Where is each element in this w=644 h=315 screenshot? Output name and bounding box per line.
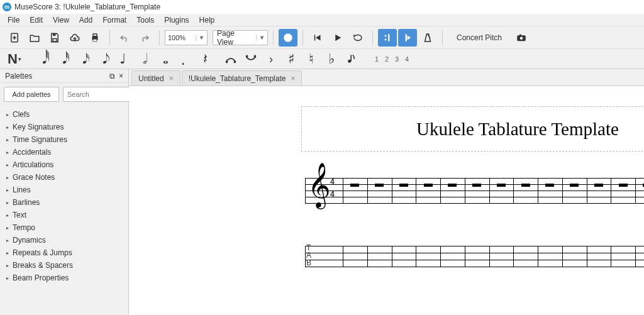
document-tab[interactable]: Untitled× [131, 70, 180, 86]
print-button[interactable] [86, 29, 104, 47]
close-icon[interactable]: × [291, 74, 295, 83]
voice-4-button[interactable]: 4 [402, 55, 411, 63]
palette-item[interactable]: ▸Dynamics [0, 234, 128, 246]
separator [303, 30, 303, 45]
add-palettes-button[interactable]: Add palettes [4, 87, 59, 102]
whole-rest[interactable] [472, 184, 481, 187]
metronome-button[interactable] [418, 29, 437, 47]
menu-edit[interactable]: Edit [25, 14, 48, 26]
voice-3-button[interactable]: 3 [392, 55, 401, 63]
title-frame[interactable]: Ukulele Tablature Template [301, 106, 644, 152]
whole-rest[interactable] [619, 184, 628, 187]
palette-item[interactable]: ▸Articulations [0, 158, 128, 171]
whole-rest[interactable] [448, 184, 457, 187]
zoom-input[interactable] [165, 34, 196, 41]
rewind-button[interactable] [308, 29, 327, 47]
slur-button[interactable] [242, 50, 260, 68]
whole-rest[interactable] [497, 184, 506, 187]
palette-item[interactable]: ▸Breaks & Spacers [0, 259, 128, 272]
loop-in-button[interactable] [378, 29, 397, 47]
undo-button[interactable] [115, 29, 134, 47]
chevron-right-icon: ▸ [6, 275, 9, 281]
palette-item[interactable]: ▸Tempo [0, 221, 128, 234]
tab-label: Untitled [138, 74, 164, 83]
score-title[interactable]: Ukulele Tablature Template [416, 119, 619, 140]
svg-rect-11 [314, 35, 316, 40]
whole-rest[interactable] [521, 184, 530, 187]
menu-format[interactable]: Format [97, 14, 131, 26]
play-button[interactable] [328, 29, 347, 47]
natural-button[interactable]: ♮ [302, 50, 321, 68]
svg-rect-23 [519, 34, 521, 35]
duration-dot-button[interactable]: . [174, 50, 192, 68]
duration-16th-button[interactable]: 𝅘𝅥𝅯 [73, 50, 92, 68]
palette-item[interactable]: ▸Lines [0, 184, 128, 196]
close-icon[interactable]: × [169, 74, 174, 83]
palette-item[interactable]: ▸Clefs [0, 108, 128, 121]
zoom-combo[interactable]: ▼ [165, 30, 208, 45]
palette-item[interactable]: ▸Beam Properties [0, 272, 128, 284]
palette-label: Beam Properties [13, 274, 69, 282]
score-canvas[interactable]: Ukulele Tablature Template 𝄞 4 4 [129, 86, 644, 315]
whole-rest[interactable] [424, 184, 433, 187]
palette-item[interactable]: ▸Key Signatures [0, 121, 128, 133]
loop-out-button[interactable] [398, 29, 417, 47]
chevron-right-icon: ▸ [6, 238, 9, 243]
open-button[interactable] [25, 29, 44, 47]
image-capture-button[interactable] [512, 29, 531, 47]
duration-8th-button[interactable]: 𝅘𝅥𝅮 [93, 50, 112, 68]
duration-quarter-button[interactable]: ♩ [113, 50, 132, 68]
separator [442, 30, 443, 45]
duration-32nd-button[interactable]: 𝅘𝅥𝅰 [53, 50, 72, 68]
voice-1-button[interactable]: 1 [372, 55, 381, 63]
voice-2-button[interactable]: 2 [382, 55, 391, 63]
menu-help[interactable]: Help [194, 14, 220, 26]
menu-view[interactable]: View [48, 14, 74, 26]
chevron-down-icon[interactable]: ▼ [256, 35, 267, 41]
whole-rest[interactable] [570, 184, 579, 187]
palette-item[interactable]: ▸Time Signatures [0, 133, 128, 146]
undock-icon[interactable]: ⧉ [109, 72, 115, 80]
close-icon[interactable]: × [119, 72, 123, 80]
flip-button[interactable] [342, 50, 361, 68]
whole-rest[interactable] [350, 184, 359, 187]
palette-item[interactable]: ▸Repeats & Jumps [0, 246, 128, 259]
palette-item[interactable]: ▸Barlines [0, 196, 128, 209]
chevron-down-icon[interactable]: ▼ [196, 35, 207, 41]
menu-add[interactable]: Add [74, 14, 97, 26]
menu-plugins[interactable]: Plugins [159, 14, 194, 26]
whole-rest[interactable] [375, 184, 384, 187]
palette-label: Breaks & Spacers [13, 261, 73, 270]
palette-item[interactable]: ▸Text [0, 209, 128, 221]
save-button[interactable] [45, 29, 64, 47]
midi-input-button[interactable] [279, 29, 297, 47]
whole-rest[interactable] [399, 184, 408, 187]
treble-staff[interactable]: 𝄞 4 4 [305, 173, 644, 208]
duration-whole-button[interactable]: 𝅝 [153, 50, 172, 68]
note-input-mode-button[interactable]: N▾ [5, 50, 24, 68]
menu-tools[interactable]: Tools [131, 14, 159, 26]
view-mode-combo[interactable]: Page View ▼ [213, 30, 268, 45]
menu-file[interactable]: File [3, 14, 25, 26]
tab-staff[interactable]: TAB [305, 246, 644, 271]
document-tabstrip: Untitled×!Ukulele_Tablature_Template× [129, 69, 644, 86]
new-button[interactable] [5, 29, 24, 47]
whole-rest[interactable] [545, 184, 554, 187]
concert-pitch-button[interactable]: Concert Pitch [448, 30, 511, 46]
palette-label: Dynamics [13, 236, 46, 245]
palettes-panel: Palettes ⧉ × Add palettes ▸Clefs▸Key Sig… [0, 69, 129, 315]
duration-half-button[interactable]: 𝅗𝅥 [133, 50, 152, 68]
cloud-button[interactable] [65, 29, 84, 47]
whole-rest[interactable] [594, 184, 603, 187]
rest-button[interactable]: 𝄽 [194, 50, 213, 68]
duration-64th-button[interactable]: 𝅘𝅥𝅱 [33, 50, 52, 68]
redo-button[interactable] [135, 29, 154, 47]
marcato-button[interactable]: › [262, 50, 280, 68]
document-tab[interactable]: !Ukulele_Tablature_Template× [182, 70, 303, 86]
tie-button[interactable] [221, 50, 240, 68]
loop-button[interactable] [348, 29, 367, 47]
palette-item[interactable]: ▸Accidentals [0, 146, 128, 158]
sharp-button[interactable]: ♯ [282, 50, 301, 68]
flat-button[interactable]: ♭ [322, 50, 341, 68]
palette-item[interactable]: ▸Grace Notes [0, 171, 128, 184]
